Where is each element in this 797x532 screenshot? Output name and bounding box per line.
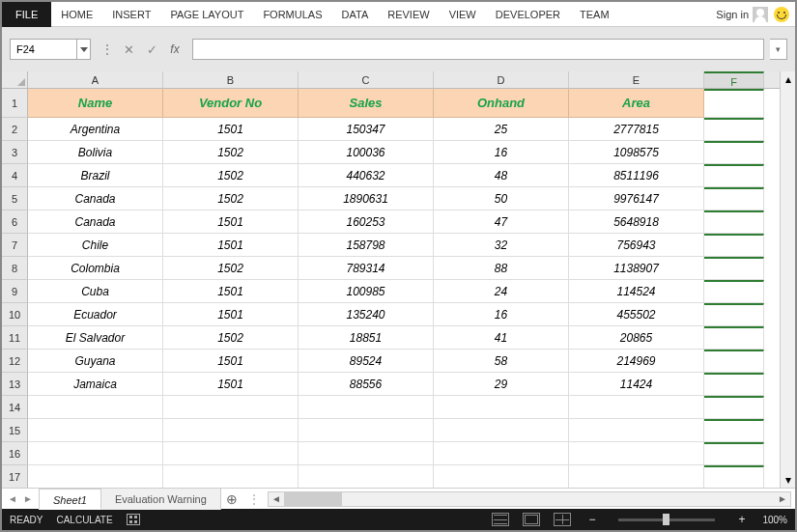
cell[interactable]: 160253 [299,210,434,234]
signin-link[interactable]: Sign in [716,7,774,22]
cell[interactable]: 135240 [299,303,434,326]
tab-file[interactable]: FILE [2,2,51,27]
cell[interactable]: 100985 [299,280,434,303]
zoom-slider[interactable] [618,518,715,521]
view-normal-button[interactable] [492,513,509,526]
cell[interactable]: 1098575 [569,141,704,164]
cell[interactable] [299,442,434,465]
cell[interactable] [163,465,299,488]
cell[interactable] [28,419,163,442]
cell[interactable]: Canada [28,187,163,210]
cell[interactable]: Bolivia [28,141,163,164]
cell[interactable] [704,350,764,373]
cell[interactable]: 1502 [163,187,299,210]
zoom-knob[interactable] [663,514,669,525]
cell[interactable] [704,118,764,141]
row-header[interactable]: 17 [2,465,28,488]
row-header[interactable]: 11 [2,326,28,350]
insert-function-button[interactable]: fx [163,39,186,60]
cell[interactable] [704,419,764,442]
row-header[interactable]: 13 [2,373,28,396]
cell[interactable]: 88 [434,257,569,280]
cell[interactable]: Ecuador [28,303,163,326]
cell[interactable]: 1501 [163,373,299,396]
cell[interactable]: Argentina [28,118,163,141]
cell[interactable] [434,465,569,488]
column-header-d[interactable]: D [434,71,569,89]
tab-formulas[interactable]: FORMULAS [253,2,331,27]
row-header[interactable]: 8 [2,257,28,280]
horizontal-scrollbar[interactable]: ◄ ► [268,491,791,507]
scroll-track[interactable] [781,87,795,472]
cell[interactable]: Cuba [28,280,163,303]
column-header-b[interactable]: B [163,71,299,89]
add-sheet-button[interactable]: ⊕ [221,491,242,507]
cell[interactable]: 455502 [569,303,704,326]
sheet-tab-active[interactable]: Sheet1 [39,489,101,510]
cell[interactable] [163,419,299,442]
select-all-corner[interactable] [2,71,28,89]
tab-developer[interactable]: DEVELOPER [486,2,570,27]
cell[interactable] [569,419,704,442]
cell[interactable]: 18851 [299,326,434,350]
cell[interactable]: 150347 [299,118,434,141]
tab-data[interactable]: DATA [332,2,379,27]
tab-team[interactable]: TEAM [570,2,619,27]
scroll-up-button[interactable]: ▴ [781,71,795,87]
row-header[interactable]: 3 [2,141,28,164]
cell[interactable]: 11424 [569,373,704,396]
tab-home[interactable]: HOME [51,2,102,27]
tab-view[interactable]: VIEW [440,2,486,27]
column-header-a[interactable]: A [28,71,163,89]
cell[interactable]: Chile [28,234,163,257]
cell[interactable]: 756943 [569,234,704,257]
hscroll-thumb[interactable] [284,492,342,506]
cell[interactable] [299,465,434,488]
cell[interactable]: Guyana [28,350,163,373]
row-header[interactable]: 12 [2,350,28,373]
cell[interactable]: 48 [434,164,569,187]
sheet-nav-next[interactable]: ► [21,491,35,507]
cell[interactable]: 89524 [299,350,434,373]
cell[interactable] [704,89,764,118]
zoom-out-button[interactable]: − [584,513,599,526]
zoom-in-button[interactable]: + [734,513,749,526]
cell[interactable]: 1138907 [569,257,704,280]
cell[interactable] [28,465,163,488]
cell[interactable]: Colombia [28,257,163,280]
cell[interactable] [569,396,704,419]
tab-insert[interactable]: INSERT [102,2,160,27]
name-box[interactable] [11,40,76,59]
accept-formula-button[interactable]: ✓ [140,39,163,60]
cell[interactable]: 9976147 [569,187,704,210]
cell[interactable]: 1501 [163,350,299,373]
cell[interactable]: 20865 [569,326,704,350]
header-cell[interactable]: Name [28,89,163,118]
formula-input[interactable] [192,39,764,60]
cell[interactable]: 1890631 [299,187,434,210]
cell[interactable]: 440632 [299,164,434,187]
cell[interactable] [434,419,569,442]
cell[interactable] [704,396,764,419]
scroll-right-button[interactable]: ► [775,493,790,504]
cell[interactable]: El Salvador [28,326,163,350]
cell[interactable]: 1502 [163,257,299,280]
cell[interactable]: Brazil [28,164,163,187]
cell[interactable]: 16 [434,141,569,164]
cell[interactable]: 25 [434,118,569,141]
row-header[interactable]: 10 [2,303,28,326]
scroll-down-button[interactable]: ▾ [781,472,795,488]
cell[interactable]: 32 [434,234,569,257]
cell[interactable]: 8511196 [569,164,704,187]
tab-page-layout[interactable]: PAGE LAYOUT [160,2,253,27]
cell[interactable] [434,396,569,419]
row-header[interactable]: 15 [2,419,28,442]
cell[interactable] [28,396,163,419]
column-header-f[interactable]: F [704,71,764,89]
cell[interactable]: 100036 [299,141,434,164]
name-box-dropdown[interactable] [76,40,90,59]
cell[interactable] [704,326,764,350]
cell[interactable]: 158798 [299,234,434,257]
header-cell[interactable]: Area [569,89,704,118]
cell[interactable] [704,234,764,257]
